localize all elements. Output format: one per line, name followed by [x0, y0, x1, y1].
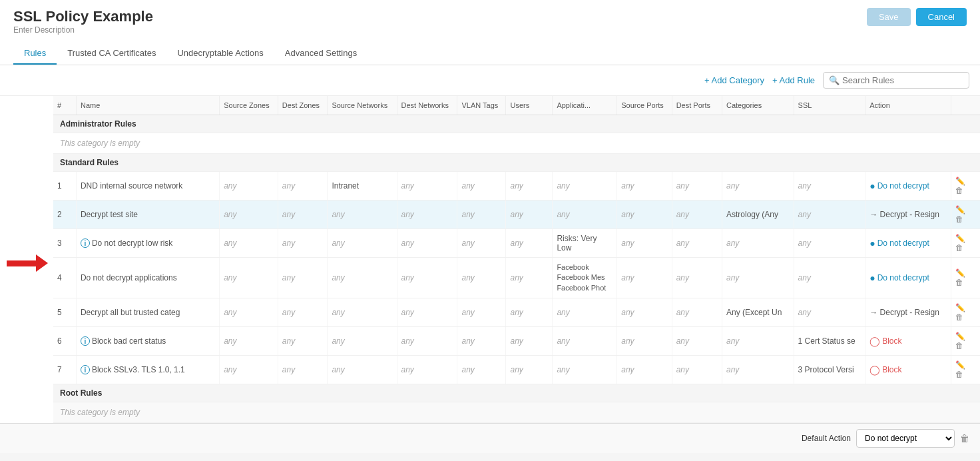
tab-advanced[interactable]: Advanced Settings	[274, 43, 368, 65]
col-header-source-zones: Source Zones	[220, 96, 278, 115]
edit-icon[interactable]: ✏️	[955, 205, 965, 215]
cell-source-ports: any	[617, 258, 672, 298]
top-bar-header: SSL Policy Example Enter Description Sav…	[13, 8, 967, 40]
delete-icon[interactable]: 🗑	[955, 215, 963, 224]
tab-trusted-ca[interactable]: Trusted CA Certificates	[57, 43, 166, 65]
cell-dest-zones: any	[278, 229, 328, 258]
page-description: Enter Description	[13, 25, 153, 35]
delete-icon[interactable]: 🗑	[955, 186, 963, 195]
edit-icon[interactable]: ✏️	[955, 303, 965, 312]
row-arrow-indicator	[7, 254, 48, 272]
cell-users: any	[506, 298, 553, 327]
cell-dest-networks: any	[397, 172, 457, 201]
col-header-dest-ports: Dest Ports	[672, 96, 722, 115]
cell-name: Decrypt all but trusted categ	[76, 298, 219, 327]
arrow-head	[36, 254, 48, 272]
cell-source-ports: any	[617, 356, 672, 384]
col-header-vlan-tags: VLAN Tags	[457, 96, 506, 115]
cell-source-zones: any	[220, 258, 278, 298]
cell-categories: any	[722, 229, 794, 258]
delete-icon[interactable]: 🗑	[955, 341, 963, 350]
cell-action: ● Do not decrypt	[865, 172, 951, 201]
action-label: Do not decrypt	[877, 238, 929, 248]
cell-categories: any	[722, 327, 794, 356]
col-header-users: Users	[506, 96, 553, 115]
title-section: SSL Policy Example Enter Description	[13, 8, 153, 40]
cell-applications: FacebookFacebook MesFacebook Phot	[553, 258, 617, 298]
cell-categories: Any (Except Un	[722, 298, 794, 327]
cell-ops: ✏️ 🗑	[951, 229, 980, 258]
cell-ops: ✏️ 🗑	[951, 201, 980, 229]
save-button[interactable]: Save	[867, 8, 911, 26]
default-action-delete-icon[interactable]: 🗑	[960, 433, 969, 444]
cell-num: 4	[53, 258, 76, 298]
edit-icon[interactable]: ✏️	[955, 268, 965, 278]
cell-source-networks: any	[328, 327, 397, 356]
search-input[interactable]	[842, 75, 963, 85]
cell-action: ◯ Block	[865, 356, 951, 384]
delete-icon[interactable]: 🗑	[955, 312, 963, 322]
cell-vlan-tags: any	[457, 201, 506, 229]
rules-table-wrapper: # Name Source Zones Dest Zones Source Ne…	[0, 96, 980, 423]
cell-applications: any	[553, 356, 617, 384]
cell-action: → Decrypt - Resign	[865, 201, 951, 229]
cancel-button[interactable]: Cancel	[916, 8, 967, 26]
delete-icon[interactable]: 🗑	[955, 278, 963, 287]
block-icon: ◯	[869, 336, 880, 346]
action-block: ◯ Block	[869, 364, 947, 375]
search-icon: 🔍	[829, 75, 840, 85]
col-header-categories: Categories	[722, 96, 794, 115]
add-rule-button[interactable]: + Add Rule	[772, 75, 815, 85]
cell-num: 6	[53, 327, 76, 356]
search-box: 🔍	[823, 72, 969, 89]
cell-users: any	[506, 327, 553, 356]
cell-source-networks: any	[328, 356, 397, 384]
edit-icon[interactable]: ✏️	[955, 360, 965, 370]
edit-icon[interactable]: ✏️	[955, 332, 965, 341]
action-decrypt-resign: → Decrypt - Resign	[869, 210, 947, 219]
category-label-administrator: Administrator Rules	[53, 115, 980, 133]
tab-undecryptable[interactable]: Undecryptable Actions	[166, 43, 274, 65]
table-row: 2 Decrypt test site any any any any any …	[53, 201, 980, 229]
cell-users: any	[506, 201, 553, 229]
cell-vlan-tags: any	[457, 172, 506, 201]
cell-ops: ✏️ 🗑	[951, 172, 980, 201]
top-bar-actions: Save Cancel	[867, 8, 967, 26]
empty-row-root: This category is empty	[53, 402, 980, 423]
cell-name: iBlock SSLv3. TLS 1.0, 1.1	[76, 356, 219, 384]
cell-dest-zones: any	[278, 298, 328, 327]
action-decrypt-resign: → Decrypt - Resign	[869, 308, 947, 317]
tab-rules[interactable]: Rules	[13, 43, 57, 65]
delete-icon[interactable]: 🗑	[955, 243, 963, 252]
col-header-dest-networks: Dest Networks	[397, 96, 457, 115]
cell-vlan-tags: any	[457, 356, 506, 384]
cell-num: 7	[53, 356, 76, 384]
cell-ssl: any	[794, 229, 865, 258]
cell-applications: any	[553, 327, 617, 356]
cell-dest-zones: any	[278, 172, 328, 201]
delete-icon[interactable]: 🗑	[955, 370, 963, 379]
rules-table: # Name Source Zones Dest Zones Source Ne…	[53, 96, 980, 423]
decrypt-resign-label: → Decrypt - Resign	[869, 210, 939, 219]
cell-name: DND internal source network	[76, 172, 219, 201]
col-header-name: Name	[76, 96, 219, 115]
action-label: Do not decrypt	[877, 273, 929, 282]
default-action-select[interactable]: Do not decrypt Decrypt - Resign Block	[856, 429, 955, 448]
cell-num: 5	[53, 298, 76, 327]
cell-source-networks: Intranet	[328, 172, 397, 201]
edit-icon[interactable]: ✏️	[955, 177, 965, 186]
table-header-row: # Name Source Zones Dest Zones Source Ne…	[53, 96, 980, 115]
cell-users: any	[506, 356, 553, 384]
arrow-body	[7, 260, 36, 266]
cell-dest-ports: any	[672, 327, 722, 356]
cell-source-zones: any	[220, 172, 278, 201]
edit-icon[interactable]: ✏️	[955, 234, 965, 243]
table-row: 5 Decrypt all but trusted categ any any …	[53, 298, 980, 327]
cell-categories: any	[722, 258, 794, 298]
info-icon: i	[81, 238, 90, 248]
add-category-button[interactable]: + Add Category	[704, 75, 764, 85]
cell-source-ports: any	[617, 201, 672, 229]
action-do-not-decrypt: ● Do not decrypt	[869, 272, 947, 283]
cell-dest-networks: any	[397, 229, 457, 258]
block-icon: ◯	[869, 364, 880, 375]
